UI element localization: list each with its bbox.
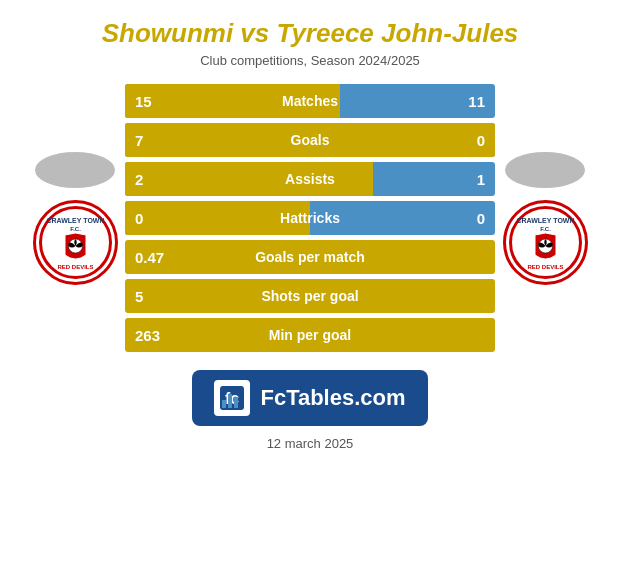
svg-text:RED DEVILS: RED DEVILS: [527, 264, 563, 270]
stat-left-hattricks: 0: [135, 210, 143, 227]
stat-bar-matches: 15Matches11: [125, 84, 495, 118]
right-team-logos: CRAWLEY TOWN F.C. RED DEVILS: [495, 152, 595, 285]
stat-left-goals-per-match: 0.47: [135, 249, 164, 266]
left-club-badge: CRAWLEY TOWN F.C. RED DEVILS: [33, 200, 118, 285]
stat-bar-min-per-goal: 263Min per goal: [125, 318, 495, 352]
svg-rect-13: [228, 394, 232, 408]
stats-area: 15Matches117Goals02Assists10Hattricks00.…: [125, 84, 495, 352]
svg-text:F.C.: F.C.: [70, 226, 81, 232]
stat-label-assists: Assists: [285, 171, 335, 187]
stat-right-matches: 11: [468, 93, 485, 110]
svg-text:CRAWLEY TOWN: CRAWLEY TOWN: [516, 217, 574, 224]
stat-row-goals: 7Goals0: [125, 123, 495, 157]
main-content: CRAWLEY TOWN F.C. RED DEVILS 15Matches11…: [0, 74, 620, 352]
stat-label-hattricks: Hattricks: [280, 210, 340, 226]
stat-bar-hattricks: 0Hattricks0: [125, 201, 495, 235]
fctables-text: FcTables.com: [260, 385, 405, 411]
fc-icon: fc: [214, 380, 250, 416]
stat-fill-assists: [125, 162, 373, 196]
stat-row-shots-per-goal: 5Shots per goal: [125, 279, 495, 313]
page: Showunmi vs Tyreece John-Jules Club comp…: [0, 0, 620, 580]
stat-label-goals-per-match: Goals per match: [255, 249, 365, 265]
stat-row-assists: 2Assists1: [125, 162, 495, 196]
svg-rect-12: [222, 400, 226, 408]
stat-left-goals: 7: [135, 132, 143, 149]
stat-left-matches: 15: [135, 93, 152, 110]
stat-label-matches: Matches: [282, 93, 338, 109]
page-subtitle: Club competitions, Season 2024/2025: [20, 53, 600, 68]
header: Showunmi vs Tyreece John-Jules Club comp…: [0, 0, 620, 74]
stat-bar-goals-per-match: 0.47Goals per match: [125, 240, 495, 274]
footer-logo-area: fc FcTables.com 12 march 2025: [192, 370, 427, 451]
stat-right-goals: 0: [477, 132, 485, 149]
right-oval-badge: [505, 152, 585, 188]
stat-right-hattricks: 0: [477, 210, 485, 227]
stat-row-min-per-goal: 263Min per goal: [125, 318, 495, 352]
stat-label-shots-per-goal: Shots per goal: [261, 288, 358, 304]
stat-bar-assists: 2Assists1: [125, 162, 495, 196]
fctables-badge: fc FcTables.com: [192, 370, 427, 426]
stat-left-min-per-goal: 263: [135, 327, 160, 344]
stat-left-assists: 2: [135, 171, 143, 188]
left-team-logos: CRAWLEY TOWN F.C. RED DEVILS: [25, 152, 125, 285]
left-oval-badge: [35, 152, 115, 188]
stat-row-goals-per-match: 0.47Goals per match: [125, 240, 495, 274]
stat-bar-goals: 7Goals0: [125, 123, 495, 157]
stat-row-matches: 15Matches11: [125, 84, 495, 118]
svg-text:CRAWLEY TOWN: CRAWLEY TOWN: [46, 217, 104, 224]
stat-left-shots-per-goal: 5: [135, 288, 143, 305]
stat-bar-shots-per-goal: 5Shots per goal: [125, 279, 495, 313]
svg-text:RED DEVILS: RED DEVILS: [57, 264, 93, 270]
svg-text:F.C.: F.C.: [540, 226, 551, 232]
svg-rect-14: [234, 397, 238, 408]
date-footer: 12 march 2025: [267, 436, 354, 451]
right-club-badge: CRAWLEY TOWN F.C. RED DEVILS: [503, 200, 588, 285]
stat-right-assists: 1: [477, 171, 485, 188]
stat-label-goals: Goals: [291, 132, 330, 148]
page-title: Showunmi vs Tyreece John-Jules: [20, 18, 600, 49]
stat-row-hattricks: 0Hattricks0: [125, 201, 495, 235]
stat-label-min-per-goal: Min per goal: [269, 327, 351, 343]
